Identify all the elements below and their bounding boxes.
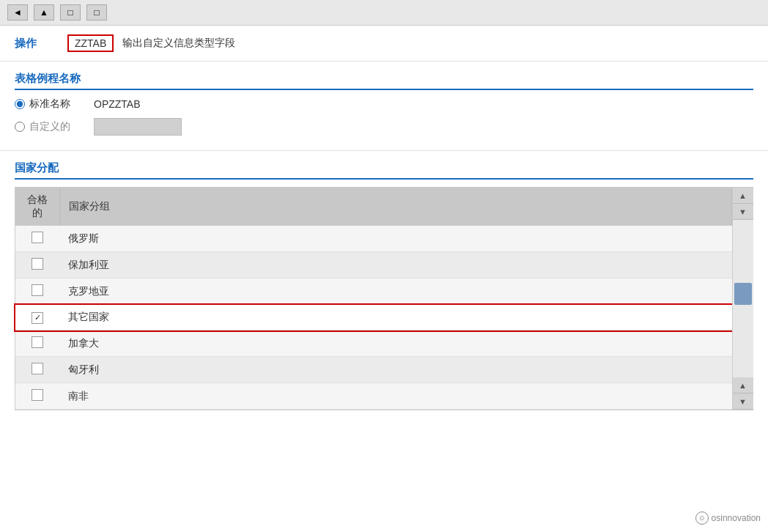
table-row: ✓其它国家 — [15, 305, 732, 330]
scroll-down-btn[interactable]: ▼ — [733, 204, 753, 220]
watermark-text: osinnovation — [712, 513, 761, 523]
country-name-5: 匈牙利 — [59, 357, 732, 383]
scroll-down-btn-2[interactable]: ▼ — [733, 394, 753, 410]
checkbox-cell-3[interactable]: ✓ — [15, 305, 59, 330]
country-name-2: 克罗地亚 — [59, 278, 732, 305]
toolbar: ◄ ▲ □ □ — [0, 0, 768, 26]
custom-name-radio[interactable] — [15, 122, 25, 132]
operation-description: 输出自定义信息类型字段 — [122, 37, 235, 50]
watermark: ⊙ osinnovation — [695, 511, 761, 525]
watermark-icon: ⊙ — [695, 511, 709, 525]
table-row: 克罗地亚 — [15, 278, 732, 305]
standard-name-value: OPZZTAB — [94, 98, 141, 110]
country-table-wrapper: 合格的 国家分组 俄罗斯保加利亚克罗地亚✓其它国家加拿大匈牙利南非 ▲ ▼ ▲ … — [15, 187, 753, 410]
toolbar-btn-1[interactable]: ◄ — [7, 4, 28, 21]
country-name-1: 保加利亚 — [59, 252, 732, 278]
checkbox-cell-2[interactable] — [15, 278, 59, 305]
table-row: 俄罗斯 — [15, 226, 732, 252]
checkbox-cell-4[interactable] — [15, 330, 59, 357]
scroll-thumb[interactable] — [734, 283, 752, 305]
standard-name-radio[interactable] — [15, 99, 25, 109]
operation-label: 操作 — [15, 37, 59, 51]
table-name-section: 表格例程名称 标准名称 OPZZTAB 自定义的 — [0, 62, 768, 151]
country-name-0: 俄罗斯 — [59, 226, 732, 252]
country-table: 合格的 国家分组 俄罗斯保加利亚克罗地亚✓其它国家加拿大匈牙利南非 — [15, 188, 732, 410]
country-name-4: 加拿大 — [59, 330, 732, 357]
scroll-up-btn[interactable]: ▲ — [733, 188, 753, 204]
table-header-row: 合格的 国家分组 — [15, 188, 732, 226]
checkbox-cell-5[interactable] — [15, 357, 59, 383]
table-row: 加拿大 — [15, 330, 732, 357]
custom-name-label-text: 自定义的 — [29, 120, 70, 133]
toolbar-btn-3[interactable]: □ — [60, 4, 81, 21]
operation-section: 操作 ZZTAB 输出自定义信息类型字段 — [0, 26, 768, 62]
header-checked: 合格的 — [15, 188, 59, 226]
country-name-3: 其它国家 — [59, 305, 732, 330]
custom-name-row: 自定义的 — [15, 118, 753, 136]
country-section-title: 国家分配 — [15, 161, 753, 180]
table-name-title: 表格例程名称 — [15, 72, 753, 90]
zztab-badge: ZZTAB — [67, 34, 114, 52]
table-row: 南非 — [15, 383, 732, 410]
scroll-track — [733, 220, 753, 377]
checkbox-cell-6[interactable] — [15, 383, 59, 410]
standard-name-radio-label[interactable]: 标准名称 — [15, 97, 70, 111]
country-section: 国家分配 合格的 国家分组 俄罗斯保加利亚克罗地亚✓其它国家加拿大匈牙利南非 ▲… — [0, 151, 768, 425]
custom-name-radio-label[interactable]: 自定义的 — [15, 120, 70, 133]
country-name-6: 南非 — [59, 383, 732, 410]
table-row: 匈牙利 — [15, 357, 732, 383]
toolbar-btn-2[interactable]: ▲ — [34, 4, 54, 21]
standard-name-row: 标准名称 OPZZTAB — [15, 97, 753, 111]
main-container: ◄ ▲ □ □ 操作 ZZTAB 输出自定义信息类型字段 表格例程名称 标准名称… — [0, 0, 768, 532]
checkbox-cell-1[interactable] — [15, 252, 59, 278]
checkbox-cell-0[interactable] — [15, 226, 59, 252]
standard-name-label-text: 标准名称 — [29, 97, 70, 111]
custom-name-input[interactable] — [94, 118, 182, 136]
scroll-up-btn-2[interactable]: ▲ — [733, 377, 753, 394]
table-row: 保加利亚 — [15, 252, 732, 278]
toolbar-btn-4[interactable]: □ — [86, 4, 107, 21]
header-country-group: 国家分组 — [59, 188, 732, 226]
scroll-panel: ▲ ▼ ▲ ▼ — [732, 188, 753, 410]
